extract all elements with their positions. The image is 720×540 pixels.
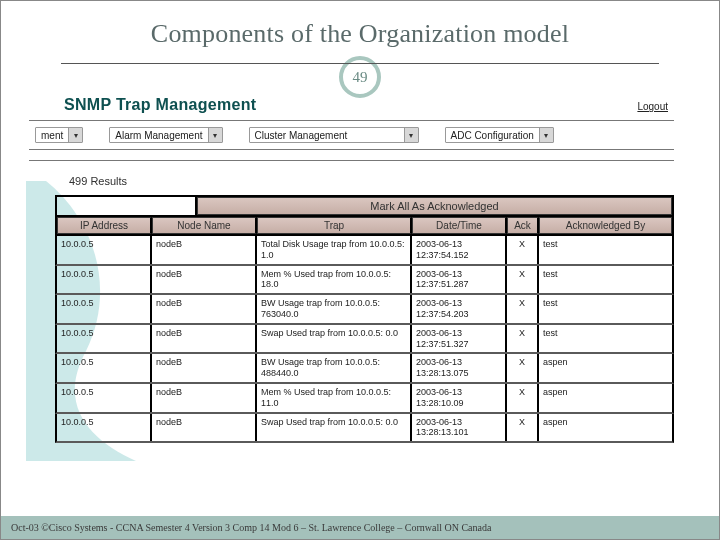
table-corner bbox=[57, 197, 197, 215]
table-row: 10.0.0.5 nodeB BW Usage trap from 10.0.0… bbox=[55, 295, 674, 325]
cell-dt: 2003-06-13 13:28:10.09 bbox=[412, 384, 507, 412]
app-title: SNMP Trap Management bbox=[64, 96, 256, 114]
nav-label: ment bbox=[36, 130, 68, 141]
chevron-down-icon[interactable]: ▾ bbox=[404, 128, 418, 142]
table-row: 10.0.0.5 nodeB Mem % Used trap from 10.0… bbox=[55, 266, 674, 296]
cell-ip: 10.0.0.5 bbox=[57, 266, 152, 294]
col-node[interactable]: Node Name bbox=[152, 217, 257, 234]
col-trap[interactable]: Trap bbox=[257, 217, 412, 234]
nav-dropdown-alarm[interactable]: Alarm Management ▾ bbox=[109, 127, 222, 143]
cell-node: nodeB bbox=[152, 325, 257, 353]
cell-ackby: test bbox=[539, 325, 672, 353]
cell-ack[interactable]: X bbox=[507, 325, 539, 353]
title-rule bbox=[61, 63, 659, 64]
cell-trap: Mem % Used trap from 10.0.0.5: 18.0 bbox=[257, 266, 412, 294]
nav-dropdown-adc[interactable]: ADC Configuration ▾ bbox=[445, 127, 554, 143]
cell-ack[interactable]: X bbox=[507, 266, 539, 294]
cell-ip: 10.0.0.5 bbox=[57, 354, 152, 382]
cell-trap: Total Disk Usage trap from 10.0.0.5: 1.0 bbox=[257, 236, 412, 264]
cell-node: nodeB bbox=[152, 266, 257, 294]
cell-dt: 2003-06-13 12:37:54.152 bbox=[412, 236, 507, 264]
cell-ackby: aspen bbox=[539, 384, 672, 412]
table-row: 10.0.0.5 nodeB Swap Used trap from 10.0.… bbox=[55, 325, 674, 355]
cell-ip: 10.0.0.5 bbox=[57, 236, 152, 264]
cell-ack[interactable]: X bbox=[507, 384, 539, 412]
cell-ip: 10.0.0.5 bbox=[57, 414, 152, 442]
cell-node: nodeB bbox=[152, 236, 257, 264]
cell-ackby: test bbox=[539, 236, 672, 264]
cell-trap: BW Usage trap from 10.0.0.5: 763040.0 bbox=[257, 295, 412, 323]
nav-label: ADC Configuration bbox=[446, 130, 539, 141]
cell-ip: 10.0.0.5 bbox=[57, 384, 152, 412]
slide-title: Components of the Organization model bbox=[1, 1, 719, 55]
col-ip[interactable]: IP Address bbox=[57, 217, 152, 234]
cell-ack[interactable]: X bbox=[507, 354, 539, 382]
table-header: IP Address Node Name Trap Date/Time Ack … bbox=[55, 217, 674, 236]
trap-table: Mark All As Acknowledged IP Address Node… bbox=[55, 195, 674, 443]
cell-trap: BW Usage trap from 10.0.0.5: 488440.0 bbox=[257, 354, 412, 382]
chevron-down-icon[interactable]: ▾ bbox=[208, 128, 222, 142]
cell-node: nodeB bbox=[152, 295, 257, 323]
cell-node: nodeB bbox=[152, 354, 257, 382]
app-frame: SNMP Trap Management Logout ment ▾ Alarm… bbox=[29, 94, 674, 443]
cell-dt: 2003-06-13 12:37:51.327 bbox=[412, 325, 507, 353]
cell-dt: 2003-06-13 13:28:13.075 bbox=[412, 354, 507, 382]
cell-ackby: test bbox=[539, 295, 672, 323]
nav-bar: ment ▾ Alarm Management ▾ Cluster Manage… bbox=[29, 120, 674, 150]
table-row: 10.0.0.5 nodeB BW Usage trap from 10.0.0… bbox=[55, 354, 674, 384]
cell-ip: 10.0.0.5 bbox=[57, 325, 152, 353]
cell-node: nodeB bbox=[152, 414, 257, 442]
table-row: 10.0.0.5 nodeB Swap Used trap from 10.0.… bbox=[55, 414, 674, 444]
cell-ackby: aspen bbox=[539, 414, 672, 442]
nav-dropdown-cluster[interactable]: Cluster Management ▾ bbox=[249, 127, 419, 143]
cell-ackby: test bbox=[539, 266, 672, 294]
col-datetime[interactable]: Date/Time bbox=[412, 217, 507, 234]
cell-dt: 2003-06-13 12:37:54.203 bbox=[412, 295, 507, 323]
nav-dropdown-0[interactable]: ment ▾ bbox=[35, 127, 83, 143]
table-row: 10.0.0.5 nodeB Mem % Used trap from 10.0… bbox=[55, 384, 674, 414]
nav-label: Alarm Management bbox=[110, 130, 207, 141]
cell-trap: Mem % Used trap from 10.0.0.5: 11.0 bbox=[257, 384, 412, 412]
mark-all-button[interactable]: Mark All As Acknowledged bbox=[197, 197, 672, 215]
cell-ack[interactable]: X bbox=[507, 295, 539, 323]
cell-trap: Swap Used trap from 10.0.0.5: 0.0 bbox=[257, 414, 412, 442]
cell-ack[interactable]: X bbox=[507, 414, 539, 442]
nav-label: Cluster Management bbox=[250, 130, 404, 141]
table-row: 10.0.0.5 nodeB Total Disk Usage trap fro… bbox=[55, 236, 674, 266]
cell-node: nodeB bbox=[152, 384, 257, 412]
chevron-down-icon[interactable]: ▾ bbox=[68, 128, 82, 142]
col-ackby[interactable]: Acknowledged By bbox=[539, 217, 672, 234]
cell-ack[interactable]: X bbox=[507, 236, 539, 264]
logout-link[interactable]: Logout bbox=[637, 101, 668, 112]
chevron-down-icon[interactable]: ▾ bbox=[539, 128, 553, 142]
cell-ackby: aspen bbox=[539, 354, 672, 382]
slide-footer: Oct-03 ©Cisco Systems - CCNA Semester 4 … bbox=[1, 516, 719, 539]
cell-dt: 2003-06-13 12:37:51.287 bbox=[412, 266, 507, 294]
col-ack[interactable]: Ack bbox=[507, 217, 539, 234]
cell-trap: Swap Used trap from 10.0.0.5: 0.0 bbox=[257, 325, 412, 353]
cell-ip: 10.0.0.5 bbox=[57, 295, 152, 323]
cell-dt: 2003-06-13 13:28:13.101 bbox=[412, 414, 507, 442]
